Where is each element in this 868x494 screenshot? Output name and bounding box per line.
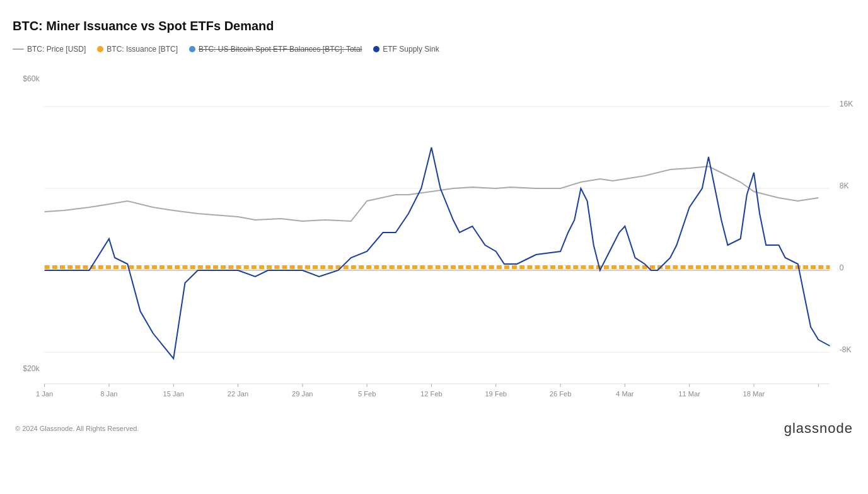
legend-item-btc-price: BTC: Price [USD] <box>13 45 86 54</box>
svg-text:1 Jan: 1 Jan <box>36 390 53 398</box>
svg-text:11 Mar: 11 Mar <box>678 390 700 398</box>
chart-area: $60k $20k 16K 8K 0 -8K <box>13 62 855 415</box>
svg-text:4 Mar: 4 Mar <box>616 390 634 398</box>
svg-text:15 Jan: 15 Jan <box>163 390 184 398</box>
svg-text:8K: 8K <box>840 181 849 190</box>
footer: © 2024 Glassnode. All Rights Reserved. g… <box>13 420 855 437</box>
svg-text:19 Feb: 19 Feb <box>485 390 507 398</box>
legend-item-btc-issuance: BTC: Issuance [BTC] <box>97 45 178 54</box>
legend-label-etf-supply-sink: ETF Supply Sink <box>383 45 439 54</box>
legend-color-btc-etf-balances <box>189 46 195 52</box>
svg-text:12 Feb: 12 Feb <box>420 390 443 398</box>
chart-svg: $60k $20k 16K 8K 0 -8K <box>13 62 855 415</box>
svg-text:18 Mar: 18 Mar <box>743 390 765 398</box>
legend: BTC: Price [USD] BTC: Issuance [BTC] BTC… <box>13 45 855 54</box>
legend-color-btc-issuance <box>97 46 103 52</box>
footer-copyright: © 2024 Glassnode. All Rights Reserved. <box>15 425 139 432</box>
legend-label-btc-issuance: BTC: Issuance [BTC] <box>107 45 178 54</box>
etf-supply-sink-line <box>45 147 830 359</box>
chart-title: BTC: Miner Issuance vs Spot ETFs Demand <box>13 19 855 33</box>
legend-label-btc-etf-balances: BTC: US Bitcoin Spot ETF Balances [BTC]:… <box>199 45 362 54</box>
svg-text:8 Jan: 8 Jan <box>100 390 117 398</box>
svg-text:29 Jan: 29 Jan <box>292 390 313 398</box>
chart-container: BTC: Miner Issuance vs Spot ETFs Demand … <box>0 0 868 494</box>
legend-item-etf-supply-sink: ETF Supply Sink <box>373 45 439 54</box>
svg-text:16K: 16K <box>840 100 854 108</box>
btc-price-line <box>45 166 819 221</box>
svg-text:-8K: -8K <box>840 345 852 354</box>
svg-text:$60k: $60k <box>23 74 40 83</box>
footer-brand: glassnode <box>784 420 853 437</box>
legend-color-etf-supply-sink <box>373 46 379 52</box>
svg-text:26 Feb: 26 Feb <box>550 390 572 398</box>
svg-text:5 Feb: 5 Feb <box>358 390 376 398</box>
legend-label-btc-price: BTC: Price [USD] <box>27 45 86 54</box>
svg-text:$20k: $20k <box>23 364 40 373</box>
svg-text:0: 0 <box>840 263 844 272</box>
legend-color-btc-price <box>13 49 24 50</box>
svg-text:22 Jan: 22 Jan <box>228 390 248 398</box>
legend-item-btc-etf-balances: BTC: US Bitcoin Spot ETF Balances [BTC]:… <box>189 45 362 54</box>
